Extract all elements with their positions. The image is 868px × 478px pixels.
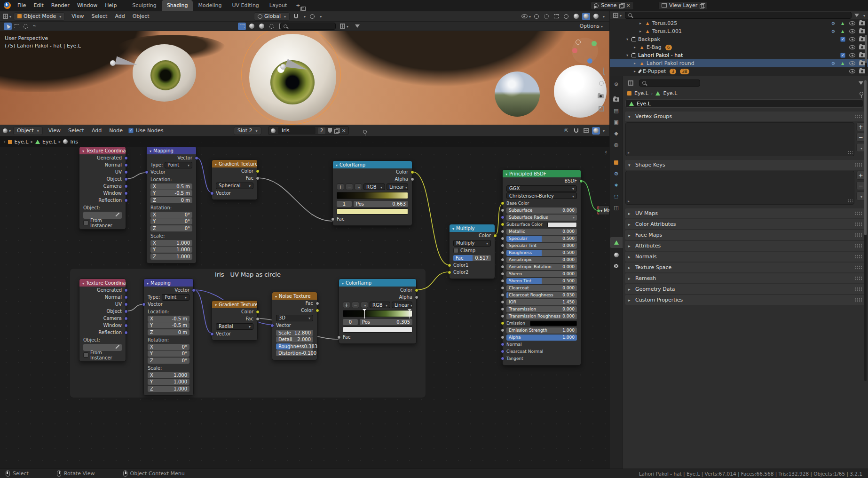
output-socket[interactable] xyxy=(124,331,128,335)
vector-field[interactable]: X0° xyxy=(148,344,189,350)
value-slider[interactable]: Sheen0.000 xyxy=(506,271,577,277)
menubar-menu[interactable]: Help xyxy=(101,2,120,8)
mapping-type-dropdown[interactable]: Point xyxy=(162,294,189,301)
shader-type-dropdown[interactable]: Object xyxy=(13,127,43,135)
distribution-dropdown[interactable]: GGX xyxy=(506,185,577,192)
drag-handle-icon[interactable] xyxy=(855,163,862,167)
preview-shading-material[interactable] xyxy=(248,23,256,30)
vector-field[interactable]: X0° xyxy=(150,212,192,218)
vector-field[interactable]: Z1.000 xyxy=(148,386,189,392)
editor-type-button[interactable] xyxy=(613,11,622,19)
output-socket[interactable] xyxy=(124,177,128,181)
tab-world[interactable]: ◍ xyxy=(610,139,623,150)
output-socket[interactable] xyxy=(316,309,319,312)
collapsed-panel-header[interactable]: ▸Normals xyxy=(625,252,866,262)
input-socket[interactable] xyxy=(501,300,505,304)
output-socket[interactable] xyxy=(124,170,128,174)
from-instancer-checkbox[interactable] xyxy=(83,220,88,225)
vector-field[interactable]: X1.000 xyxy=(150,240,192,246)
color-swatch[interactable] xyxy=(530,321,577,326)
output-socket[interactable] xyxy=(124,317,128,320)
tab-texture[interactable] xyxy=(610,261,623,271)
node-gradient-texture[interactable]: Gradient Texture ColorFac Spherical Vect… xyxy=(212,159,258,200)
gradient-type-dropdown[interactable]: Spherical xyxy=(216,183,253,189)
vector-dropdown[interactable]: Subsurface Radius xyxy=(506,215,577,221)
editor-type-button[interactable] xyxy=(3,13,11,20)
output-socket[interactable] xyxy=(415,295,418,299)
remove-stop-button[interactable]: − xyxy=(346,183,353,190)
input-socket[interactable] xyxy=(448,263,451,267)
value-slider[interactable]: Roughness0.500 xyxy=(506,250,577,256)
value-slider[interactable]: Specular0.500 xyxy=(506,236,577,242)
vector-field[interactable]: Y0° xyxy=(148,351,189,357)
list-filter-arrow[interactable]: ▸ xyxy=(628,151,630,155)
input-socket[interactable] xyxy=(501,201,505,205)
node-material-output[interactable]: Mat xyxy=(597,206,609,215)
navigation-gizmo[interactable] xyxy=(572,38,598,64)
hide-in-viewport-toggle[interactable] xyxy=(849,69,855,73)
input-socket[interactable] xyxy=(501,265,505,269)
interpolation-dropdown[interactable]: Linear xyxy=(387,183,408,190)
filter-icon[interactable] xyxy=(859,81,863,85)
view-layer-selector[interactable]: View Layer xyxy=(658,1,708,10)
node-mapping[interactable]: Mapping Vector Type: Point Vector Locati… xyxy=(146,146,197,263)
camera-view-button[interactable] xyxy=(598,94,604,100)
preview-shading-rendered[interactable] xyxy=(258,23,266,30)
tab-physics[interactable]: ◌ xyxy=(610,191,623,202)
collapsed-panel-header[interactable]: ▸Geometry Data xyxy=(625,284,866,294)
vector-field[interactable]: Z0 m xyxy=(148,329,189,335)
blend-mode-dropdown[interactable]: Multiply xyxy=(453,240,491,247)
hide-in-viewport-toggle[interactable] xyxy=(849,53,855,57)
browse-material-icon[interactable] xyxy=(271,128,276,133)
input-socket[interactable] xyxy=(501,215,505,219)
toggle-projection-button[interactable] xyxy=(599,106,604,113)
expand-arrow[interactable]: ▾ xyxy=(625,37,630,41)
eyedropper-icon[interactable] xyxy=(115,345,119,350)
blender-logo-icon[interactable] xyxy=(4,2,11,9)
vector-field[interactable]: X-0.5 m xyxy=(150,183,192,190)
stop-color-swatch[interactable] xyxy=(343,327,412,333)
input-socket[interactable] xyxy=(501,258,505,262)
expand-arrow[interactable]: ▸ xyxy=(638,21,643,25)
input-socket[interactable] xyxy=(501,244,505,247)
stop-color-swatch[interactable] xyxy=(337,208,408,215)
list-resize-grip[interactable] xyxy=(848,151,852,154)
outliner-row[interactable]: ▸ Torus.L.001 xyxy=(610,27,868,35)
scene-selector[interactable]: Scene xyxy=(591,1,634,10)
material-users-count[interactable]: 2 xyxy=(318,127,325,134)
input-socket[interactable] xyxy=(210,332,214,336)
input-socket[interactable] xyxy=(331,217,335,221)
expand-arrow[interactable]: ▾ xyxy=(625,53,630,57)
drag-handle-icon[interactable] xyxy=(855,114,862,119)
tab-output[interactable]: ▤ xyxy=(610,105,623,116)
list-filter-arrow[interactable]: ▸ xyxy=(628,199,630,203)
panel-shape-keys[interactable]: ▾Shape Keys xyxy=(625,160,866,170)
node-colorramp[interactable]: ColorRamp ColorAlpha + − RGB Linear 1 Po… xyxy=(332,160,412,226)
collapsed-panel-header[interactable]: ▸Face Maps xyxy=(625,230,866,240)
hide-in-viewport-toggle[interactable] xyxy=(849,61,855,65)
vector-field[interactable]: Y1.000 xyxy=(148,379,189,385)
unlink-material-button[interactable] xyxy=(341,127,346,134)
value-slider[interactable]: IOR1.450 xyxy=(506,299,577,305)
input-socket[interactable] xyxy=(501,279,505,283)
axis-neg-icon[interactable] xyxy=(576,40,581,45)
vector-field[interactable]: Y1.000 xyxy=(150,247,192,253)
color-mode-dropdown[interactable]: RGB xyxy=(370,302,390,308)
node-mix-multiply[interactable]: Multiply Color Multiply Clamp Fac0.517 C… xyxy=(449,224,495,279)
tab-particles[interactable]: ∗ xyxy=(610,180,623,191)
outliner-row[interactable]: ▾ Lahori Pakol - hat xyxy=(610,51,868,59)
value-slider[interactable]: Clearcoat Roughness0.030 xyxy=(506,292,577,298)
shading-rendered-ball[interactable] xyxy=(592,13,600,20)
remove-stop-button[interactable]: − xyxy=(352,302,359,308)
properties-scrollbar[interactable] xyxy=(864,80,867,381)
stop-position-field[interactable]: Pos0.305 xyxy=(360,319,412,325)
region-toggle-arrow[interactable]: › xyxy=(4,139,6,144)
tab-object[interactable] xyxy=(610,157,623,168)
value-slider[interactable]: Transmission0.000 xyxy=(506,306,577,312)
node-texture-coordinate-2[interactable]: Texture Coordinate GeneratedNormalUVObje… xyxy=(79,279,126,362)
shader-menu[interactable]: View xyxy=(45,127,64,134)
workspace-tab[interactable]: Layout xyxy=(264,0,292,11)
hide-in-viewport-toggle[interactable] xyxy=(849,45,855,49)
output-socket[interactable] xyxy=(124,310,128,313)
output-socket[interactable] xyxy=(124,163,128,167)
